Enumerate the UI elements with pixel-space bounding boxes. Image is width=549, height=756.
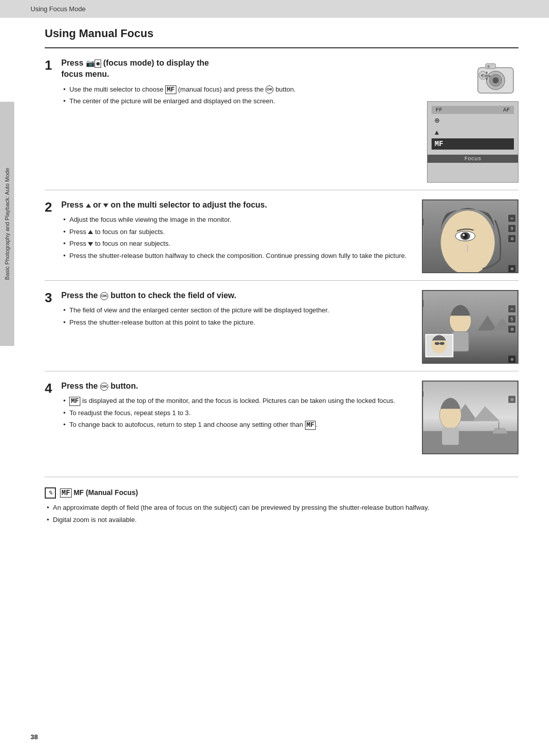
step-4-right-icons: ⊛ [508,396,515,403]
step-1: 1 Press 📷⎈ (focus mode) to display thefo… [45,48,518,190]
step-3-image: M MF [417,290,518,364]
step-2-number: 2 [45,200,52,214]
step-4-scene-svg [423,382,517,453]
step-4: 4 Press the OK button. MF is displayed a… [45,371,518,461]
svg-text:⊕: ⊕ [487,65,490,68]
step-2-face-svg [423,200,517,272]
note-section: ✎ MF MF (Manual Focus) An approximate de… [45,477,518,525]
step-3-heading: Press the OK button to check the field o… [61,290,329,301]
note-title: MF MF (Manual Focus) [60,488,138,498]
svg-point-23 [435,342,440,345]
step-3: 3 Press the OK button to check the field… [45,281,518,371]
svg-point-16 [463,233,468,239]
step-2-right-icons: ∞ 9 ⚙ [508,215,515,242]
step-1-bullets: Use the multi selector to choose MF (man… [61,84,295,106]
svg-rect-26 [423,431,517,453]
sidebar: Basic Photography and Playback: Auto Mod… [0,102,14,346]
step-2-image: M MF [417,199,518,273]
page-title: Using Manual Focus [45,18,518,48]
step-3-scene-svg [423,291,517,363]
step-2-heading: Press or on the multi selector to adjust… [61,199,406,211]
note-bullets: An approximate depth of field (the area … [45,503,518,525]
note-icon: ✎ [45,487,56,499]
svg-text:▼: ▼ [485,77,489,81]
svg-point-3 [493,77,499,83]
step-1-images: OK ⊕ ◄ ▲ ▼ ► FF AF [417,57,518,183]
camera-button-illustration: OK ⊕ ◄ ▲ ▼ ► [473,57,518,98]
step-1-number: 1 [45,59,52,72]
step-4-heading: Press the OK button. [61,381,395,392]
page-number: 38 [30,733,38,741]
step-4-image: M MF ⊛ ♬ [417,381,518,454]
svg-text:►: ► [488,74,492,78]
step-3-right-icons: ∞ 5 ⚙ [508,305,515,333]
step-4-monitor: M MF ⊛ ♬ [422,381,518,454]
svg-text:◄: ◄ [480,73,483,77]
step-2: 2 Press or on the multi selector to adju… [45,190,518,281]
step-1-heading: Press 📷⎈ (focus mode) to display thefocu… [61,57,295,80]
step-3-bullets: The field of view and the enlarged cente… [61,305,329,327]
step-3-monitor: M MF [422,290,518,364]
svg-rect-28 [442,427,459,445]
svg-point-24 [440,342,445,345]
svg-rect-29 [498,422,499,429]
step-2-monitor: M MF [422,199,518,273]
step-4-number: 4 [45,382,52,395]
svg-point-17 [463,234,465,236]
breadcrumb: Using Focus Mode [0,0,549,18]
svg-text:▲: ▲ [485,70,489,74]
svg-rect-20 [452,332,469,352]
sidebar-label: Basic Photography and Playback: Auto Mod… [4,168,10,280]
step-3-number: 3 [45,291,52,304]
focus-menu-lcd: FF AF ⊕ ▲ MF Focus [427,101,518,183]
note-header: ✎ MF MF (Manual Focus) [45,487,518,499]
step-2-bullets: Adjust the focus while viewing the image… [61,215,406,260]
svg-point-13 [441,210,495,272]
step-4-bullets: MF is displayed at the top of the monito… [61,396,395,430]
